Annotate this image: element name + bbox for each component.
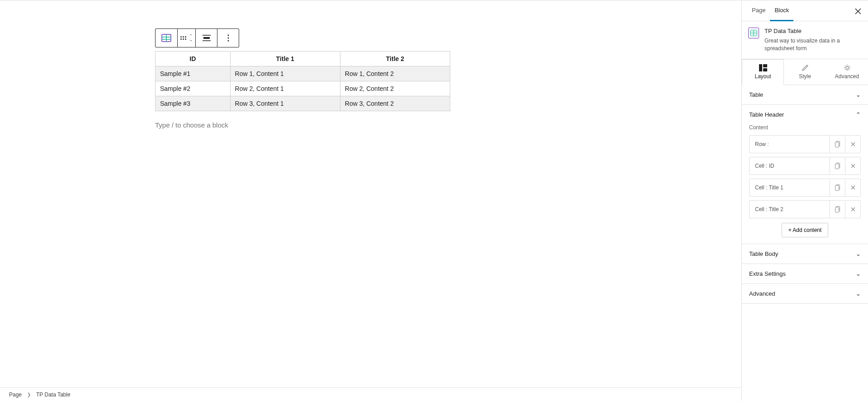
table-header-cell[interactable]: Title 2 (340, 52, 450, 66)
more-vertical-icon (227, 34, 229, 42)
panel-table-body: Table Body ⌄ (742, 244, 868, 264)
svg-rect-16 (759, 64, 762, 71)
svg-point-9 (227, 40, 229, 42)
block-toolbar: ⌃ ⌄ (155, 28, 239, 47)
table-cell[interactable]: Row 1, Content 2 (340, 66, 450, 81)
chevron-down-icon: ⌄ (189, 38, 193, 42)
svg-point-8 (227, 38, 229, 39)
block-sub-tabs: Layout Style Advanced (742, 59, 868, 85)
content-item-cell: Cell : ID (749, 157, 861, 175)
panel-extra-settings-toggle[interactable]: Extra Settings ⌄ (742, 264, 868, 283)
content-item-cell: Cell : Title 1 (749, 179, 861, 197)
chevron-down-icon: ⌄ (856, 250, 861, 257)
content-label: Content (749, 124, 861, 131)
svg-point-7 (227, 35, 229, 36)
align-button[interactable] (195, 29, 217, 47)
svg-rect-25 (835, 164, 839, 169)
svg-rect-21 (835, 142, 839, 147)
table-cell[interactable]: Row 3, Content 2 (340, 96, 450, 111)
block-type-button[interactable] (156, 29, 177, 47)
table-header-cell[interactable]: Title 1 (230, 52, 340, 66)
settings-sidebar: Page Block TP Data Table Great (741, 0, 868, 401)
breadcrumb: Page ❯ TP Data Table (0, 387, 741, 401)
panel-table: Table ⌄ (742, 85, 868, 105)
table-row: Sample #3 Row 3, Content 1 Row 3, Conten… (156, 96, 450, 111)
more-options-button[interactable] (217, 29, 239, 47)
chevron-down-icon: ⌄ (856, 91, 861, 98)
copy-icon (835, 206, 840, 212)
panel-extra-settings: Extra Settings ⌄ (742, 264, 868, 284)
chevron-right-icon: ❯ (27, 392, 31, 397)
table-header-row: ID Title 1 Title 2 (156, 52, 450, 66)
block-title: TP Data Table (764, 28, 862, 34)
content-item-cell: Cell : Title 2 (749, 200, 861, 218)
svg-rect-5 (203, 37, 210, 39)
panel-table-header-toggle[interactable]: Table Header ⌃ (742, 105, 868, 124)
table-block-icon (161, 34, 171, 42)
copy-button[interactable] (830, 201, 845, 218)
table-row: Sample #1 Row 1, Content 1 Row 1, Conten… (156, 66, 450, 81)
remove-button[interactable] (845, 201, 860, 218)
remove-button[interactable] (845, 179, 860, 196)
block-info: TP Data Table Great way to visualize dat… (742, 21, 868, 59)
close-icon (851, 164, 855, 168)
table-cell[interactable]: Row 3, Content 1 (230, 96, 340, 111)
tab-page[interactable]: Page (747, 0, 770, 21)
chevron-down-icon: ⌄ (856, 270, 861, 277)
sub-tab-style[interactable]: Style (784, 59, 826, 85)
block-icon (748, 28, 759, 38)
table-cell[interactable]: Sample #2 (156, 81, 231, 96)
data-table-block[interactable]: ID Title 1 Title 2 Sample #1 Row 1, Cont… (155, 51, 450, 111)
panel-table-toggle[interactable]: Table ⌄ (742, 85, 868, 104)
close-icon (851, 185, 855, 190)
chevron-up-icon: ⌃ (856, 111, 861, 118)
panel-table-header: Table Header ⌃ Content Row : Cell : ID (742, 105, 868, 244)
sub-tab-layout[interactable]: Layout (742, 59, 784, 85)
table-header-cell[interactable]: ID (156, 52, 231, 66)
svg-rect-29 (835, 185, 839, 190)
close-icon (855, 8, 861, 14)
drag-move-group[interactable]: ⌃ ⌄ (177, 29, 195, 47)
close-sidebar-button[interactable] (853, 6, 863, 17)
copy-icon (835, 184, 840, 191)
content-item-row: Row : (749, 135, 861, 153)
svg-rect-17 (763, 64, 767, 67)
close-icon (851, 207, 855, 212)
editor-canvas: ⌃ ⌄ (0, 0, 741, 401)
sidebar-tabs: Page Block (742, 0, 868, 21)
align-icon (202, 34, 211, 42)
table-cell[interactable]: Row 2, Content 1 (230, 81, 340, 96)
pencil-icon (802, 64, 809, 71)
gear-icon (844, 64, 851, 71)
table-row: Sample #2 Row 2, Content 1 Row 2, Conten… (156, 81, 450, 96)
copy-button[interactable] (830, 157, 845, 175)
svg-rect-33 (835, 207, 839, 212)
panel-advanced-toggle[interactable]: Advanced ⌄ (742, 284, 868, 303)
panel-advanced: Advanced ⌄ (742, 284, 868, 304)
copy-icon (835, 141, 840, 147)
remove-button[interactable] (845, 157, 860, 175)
breadcrumb-block[interactable]: TP Data Table (36, 392, 71, 398)
close-icon (851, 142, 855, 146)
drag-handle-icon (180, 36, 186, 40)
table-cell[interactable]: Sample #1 (156, 66, 231, 81)
sub-tab-advanced[interactable]: Advanced (826, 59, 868, 85)
block-appender[interactable]: Type / to choose a block (155, 121, 741, 129)
copy-button[interactable] (830, 136, 845, 153)
add-content-button[interactable]: + Add content (782, 223, 829, 237)
tab-block[interactable]: Block (770, 0, 793, 21)
copy-button[interactable] (830, 179, 845, 196)
move-up-down[interactable]: ⌃ ⌄ (189, 34, 193, 42)
panel-table-body-toggle[interactable]: Table Body ⌄ (742, 244, 868, 264)
table-cell[interactable]: Row 1, Content 1 (230, 66, 340, 81)
remove-button[interactable] (845, 136, 860, 153)
svg-point-19 (846, 66, 849, 69)
table-cell[interactable]: Sample #3 (156, 96, 231, 111)
breadcrumb-page[interactable]: Page (9, 392, 22, 398)
chevron-down-icon: ⌄ (856, 290, 861, 297)
layout-icon (759, 64, 767, 71)
svg-rect-18 (763, 68, 767, 71)
copy-icon (835, 163, 840, 169)
block-description: Great way to visualize data in a spreads… (764, 37, 862, 52)
table-cell[interactable]: Row 2, Content 2 (340, 81, 450, 96)
